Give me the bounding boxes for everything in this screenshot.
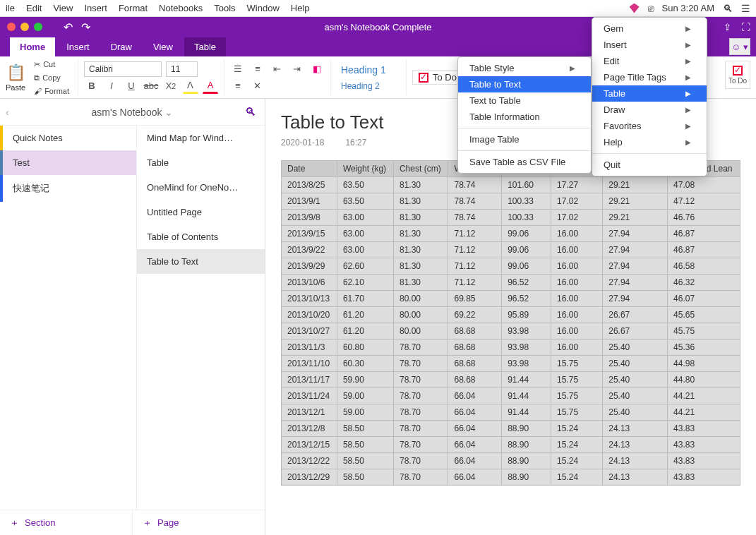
table-cell[interactable]: 2013/10/6 [282,275,337,291]
menu-item-table[interactable]: Table▶ [592,85,707,102]
table-cell[interactable]: 2013/9/15 [282,226,337,242]
table-cell[interactable]: 16.00 [551,339,603,356]
table-cell[interactable]: 16.00 [551,258,603,275]
table-cell[interactable]: 43.83 [668,437,740,453]
table-cell[interactable]: 29.21 [603,210,668,226]
table-row[interactable]: 2013/11/2459.0078.7066.0491.4415.7525.40… [282,388,740,404]
display-icon[interactable]: ⎚ [648,3,654,14]
table-cell[interactable]: 61.20 [337,307,393,323]
delete-button[interactable]: ✕ [250,78,265,94]
table-cell[interactable]: 2013/11/10 [282,356,337,372]
tab-view[interactable]: View [143,37,183,56]
table-cell[interactable]: 68.68 [448,339,502,356]
table-submenu[interactable]: Table Style▶Table to TextText to TableTa… [457,56,592,174]
table-cell[interactable]: 93.98 [502,339,551,356]
menu-tools[interactable]: Tools [214,3,235,13]
redo-button[interactable]: ↷ [81,20,90,34]
search-icon[interactable]: 🔍︎ [245,106,256,119]
menu-format[interactable]: Format [119,3,148,13]
table-cell[interactable]: 27.94 [603,242,668,258]
copy-button[interactable]: ⧉Copy [31,72,72,84]
minimize-icon[interactable] [20,23,29,31]
table-cell[interactable]: 68.68 [448,323,502,339]
gem-menubar-icon[interactable] [630,4,640,13]
table-cell[interactable]: 78.70 [393,453,448,469]
table-row[interactable]: 2013/11/1060.3078.7068.6893.9815.7525.40… [282,356,740,372]
font-name-input[interactable] [84,61,162,77]
share-icon[interactable]: ⇪ [724,22,731,32]
menu-list-icon[interactable]: ☰ [741,3,750,14]
align-button[interactable]: ≡ [230,78,246,94]
back-icon[interactable]: ‹ [6,107,9,118]
table-cell[interactable]: 88.90 [502,421,551,437]
table-cell[interactable]: 16.00 [551,323,603,339]
table-cell[interactable]: 45.75 [668,323,740,339]
underline-button[interactable]: U [124,78,139,94]
table-cell[interactable]: 45.65 [668,307,740,323]
table-cell[interactable]: 71.12 [448,275,502,291]
table-cell[interactable]: 88.90 [502,453,551,469]
table-cell[interactable]: 25.40 [603,339,668,356]
table-cell[interactable]: 2013/12/22 [282,453,337,469]
table-cell[interactable]: 81.30 [393,193,448,210]
table-cell[interactable]: 58.50 [337,469,393,486]
undo-button[interactable]: ↶ [64,20,73,34]
table-cell[interactable]: 78.74 [448,177,502,193]
table-cell[interactable]: 78.70 [393,339,448,356]
table-cell[interactable]: 66.04 [448,388,502,404]
table-cell[interactable]: 80.00 [393,307,448,323]
table-row[interactable]: 2013/10/2061.2080.0069.2295.8916.0026.67… [282,307,740,323]
format-painter-button[interactable]: 🖌Format [31,85,72,97]
table-cell[interactable]: 91.44 [502,372,551,388]
table-cell[interactable]: 66.04 [448,421,502,437]
table-cell[interactable]: 47.08 [668,177,740,193]
menu-item-save-table-as-csv-file[interactable]: Save Table as CSV File [458,154,591,170]
bold-button[interactable]: B [84,78,100,94]
page-item[interactable]: Table of Contents [137,224,265,249]
table-cell[interactable]: 78.74 [448,210,502,226]
menu-help[interactable]: Help [291,3,310,13]
style-heading2[interactable]: Heading 2 [337,80,400,92]
table-cell[interactable]: 100.33 [502,193,551,210]
table-cell[interactable]: 15.75 [551,404,603,421]
table-cell[interactable]: 78.74 [448,193,502,210]
chevron-down-icon[interactable]: ⌄ [164,107,173,118]
menu-notebooks[interactable]: Notebooks [159,3,203,13]
page-item[interactable]: Untitled Page [137,200,265,224]
table-cell[interactable]: 2013/10/27 [282,323,337,339]
table-cell[interactable]: 47.12 [668,193,740,210]
menu-edit[interactable]: Edit [26,3,42,13]
tab-home[interactable]: Home [10,37,55,56]
numbers-button[interactable]: ≡ [250,61,265,77]
cut-button[interactable]: ✂Cut [31,59,72,71]
table-cell[interactable]: 16.00 [551,226,603,242]
table-cell[interactable]: 27.94 [603,226,668,242]
table-cell[interactable]: 96.52 [502,275,551,291]
table-cell[interactable]: 15.24 [551,453,603,469]
table-cell[interactable]: 60.30 [337,356,393,372]
table-cell[interactable]: 2013/12/15 [282,437,337,453]
table-cell[interactable]: 101.60 [502,177,551,193]
menu-item-draw[interactable]: Draw▶ [592,102,707,118]
highlight-button[interactable]: ꓥ [183,78,198,94]
table-row[interactable]: 2013/9/163.5081.3078.74100.3317.0229.214… [282,193,740,210]
table-cell[interactable]: 62.10 [337,275,393,291]
table-cell[interactable]: 61.70 [337,291,393,307]
table-cell[interactable]: 78.70 [393,356,448,372]
styles-gallery[interactable]: Heading 1 Heading 2 [337,63,400,92]
table-cell[interactable]: 29.21 [603,193,668,210]
table-cell[interactable]: 66.04 [448,437,502,453]
table-cell[interactable]: 15.75 [551,388,603,404]
table-cell[interactable]: 66.04 [448,453,502,469]
column-header[interactable]: Chest (cm) [393,161,448,177]
table-cell[interactable]: 63.00 [337,210,393,226]
table-cell[interactable]: 24.13 [603,453,668,469]
table-cell[interactable]: 66.04 [448,404,502,421]
table-cell[interactable]: 2013/9/22 [282,242,337,258]
table-cell[interactable]: 2013/10/13 [282,291,337,307]
table-row[interactable]: 2013/11/360.8078.7068.6893.9816.0025.404… [282,339,740,356]
table-cell[interactable]: 62.60 [337,258,393,275]
table-cell[interactable]: 45.36 [668,339,740,356]
table-cell[interactable]: 78.70 [393,388,448,404]
data-table[interactable]: DateWeight (kg)Chest (cm)Waist (cm)Hips … [281,160,740,486]
